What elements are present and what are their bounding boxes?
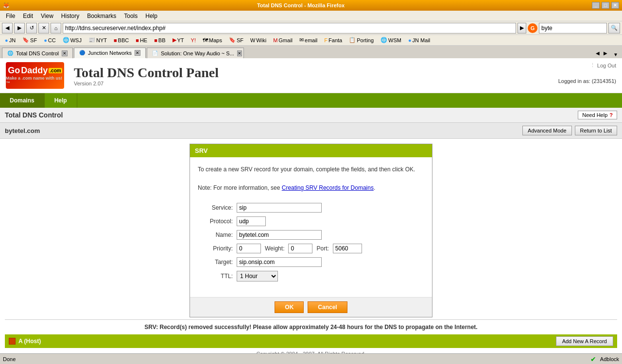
- service-label: Service:: [198, 204, 237, 211]
- logout-link[interactable]: Log Out: [597, 63, 616, 68]
- priority-label: Priority:: [198, 245, 237, 252]
- a-record-section: A (Host) Add New A Record: [5, 334, 617, 348]
- menu-history[interactable]: History: [57, 12, 83, 20]
- domain-name: bytetel.com: [5, 127, 40, 134]
- srv-ttl-row: TTL: 1 Hour 30 Minutes 2 Hours 4 Hours 8…: [198, 271, 424, 281]
- search-input[interactable]: [539, 23, 607, 33]
- bookmark-wsm[interactable]: 🌐WSM: [378, 36, 404, 44]
- cancel-button[interactable]: Cancel: [308, 301, 347, 313]
- titlebar: 🦊 Total DNS Control - Mozilla Firefox _ …: [0, 0, 622, 11]
- close-btn[interactable]: ✕: [611, 2, 619, 9]
- ttl-label: TTL:: [198, 273, 237, 280]
- tab-junction[interactable]: 🔵 Junction Networks ✕: [74, 48, 146, 58]
- bookmark-maps[interactable]: 🗺Maps: [200, 37, 225, 44]
- need-help-button[interactable]: Need Help ?: [578, 111, 617, 119]
- bookmark-yt[interactable]: ▶YT: [170, 36, 187, 44]
- weight-input[interactable]: [288, 244, 312, 253]
- ttl-select[interactable]: 1 Hour 30 Minutes 2 Hours 4 Hours 8 Hour…: [237, 271, 278, 281]
- menu-view[interactable]: View: [37, 12, 57, 20]
- tabs-scroll-right[interactable]: ▶: [604, 50, 611, 58]
- gd-logo-tagline: Make a .com name with us!™: [6, 76, 64, 85]
- bookmark-jn[interactable]: ●JN: [2, 37, 18, 44]
- home-button[interactable]: ⌂: [51, 23, 61, 33]
- gd-main-title: Total DNS Control Panel: [74, 65, 219, 81]
- tab-close-junction[interactable]: ✕: [135, 50, 140, 56]
- window-controls: _ □ ✕: [592, 2, 619, 9]
- section-icon: [9, 338, 16, 345]
- menu-bookmarks[interactable]: Bookmarks: [83, 12, 120, 20]
- bookmark-bb[interactable]: ■BB: [151, 37, 168, 44]
- maximize-btn[interactable]: □: [602, 2, 609, 9]
- tab-close-dns[interactable]: ✕: [62, 50, 68, 56]
- forward-button[interactable]: ▶: [14, 23, 25, 33]
- page-content: Go Daddy .com Make a .com name with us!™…: [0, 58, 622, 353]
- ok-button[interactable]: OK: [275, 301, 304, 313]
- bookmark-jnmail[interactable]: ●JN Mail: [405, 37, 433, 44]
- tab-close-solution[interactable]: ✕: [237, 50, 242, 56]
- firefox-logo: 🦊: [3, 2, 10, 9]
- menubar: File Edit View History Bookmarks Tools H…: [0, 11, 622, 21]
- statusbar-right: ✔ Adblock: [590, 355, 619, 363]
- advanced-mode-button[interactable]: Advanced Mode: [522, 126, 572, 135]
- gd-header: Go Daddy .com Make a .com name with us!™…: [0, 58, 622, 93]
- target-input[interactable]: [237, 257, 322, 267]
- bookmark-porting[interactable]: 📋Porting: [346, 36, 377, 44]
- bookmark-nyt[interactable]: 📰NYT: [86, 36, 110, 44]
- bookmark-fanta[interactable]: FFanta: [321, 37, 345, 44]
- refresh-button[interactable]: ↺: [26, 23, 37, 33]
- srv-buttons: OK Cancel: [190, 297, 432, 317]
- bookmark-email[interactable]: ✉email: [296, 36, 320, 44]
- tab-favicon-solution: 📄: [152, 50, 158, 56]
- stop-button[interactable]: ✕: [38, 23, 49, 33]
- srv-protocol-row: Protocol:: [198, 216, 424, 226]
- srv-info: To create a new SRV record for your doma…: [198, 165, 424, 193]
- add-new-record-button[interactable]: Add New A Record: [556, 336, 613, 346]
- name-input[interactable]: [237, 230, 322, 240]
- go-button[interactable]: ▶: [518, 23, 526, 33]
- tab-favicon-junction: 🔵: [79, 50, 85, 56]
- tabs-scroll-left[interactable]: ◀: [596, 50, 604, 58]
- search-go-button[interactable]: 🔍: [608, 23, 620, 33]
- tab-label-solution: Solution: One Way Audio ~ S...: [161, 50, 234, 56]
- bookmark-bbc[interactable]: ■BBC: [111, 37, 132, 44]
- minimize-btn[interactable]: _: [592, 2, 600, 9]
- back-button[interactable]: ◀: [2, 23, 13, 33]
- record-section-label: A (Host): [18, 338, 41, 345]
- toolbar: ◀ ▶ ↺ ✕ ⌂ ▶ G 🔍: [0, 21, 622, 35]
- menu-tools[interactable]: Tools: [120, 12, 141, 20]
- gd-logo-area: Go Daddy .com Make a .com name with us!™…: [6, 62, 219, 89]
- bookmark-he[interactable]: ■HE: [133, 37, 150, 44]
- dots-icon: ⋮: [590, 62, 595, 68]
- success-message: SRV: Record(s) removed successfully! Ple…: [5, 319, 617, 334]
- service-input[interactable]: [237, 203, 322, 213]
- bookmark-sf2[interactable]: 🔖SF: [226, 36, 246, 44]
- bookmark-wsj[interactable]: 🌐WSJ: [60, 36, 85, 44]
- bookmark-cc[interactable]: ●CC: [41, 37, 59, 44]
- port-input[interactable]: [333, 244, 362, 253]
- srv-info-text: To create a new SRV record for your doma…: [198, 166, 415, 173]
- return-to-list-button[interactable]: Return to List: [575, 126, 617, 135]
- srv-help-link[interactable]: Creating SRV Records for Domains: [282, 184, 374, 191]
- bookmark-wiki[interactable]: WWiki: [247, 37, 269, 44]
- godaddy-logo: Go Daddy .com Make a .com name with us!™: [6, 62, 64, 89]
- address-bar[interactable]: [63, 23, 516, 33]
- tabs-dropdown[interactable]: ▼: [611, 51, 620, 58]
- bookmark-sf[interactable]: 🔖SF: [19, 36, 40, 44]
- name-label: Name:: [198, 232, 237, 238]
- gd-version: Version 2.07: [74, 81, 219, 86]
- bookmark-gmail[interactable]: MGmail: [270, 37, 295, 44]
- bookmark-yi[interactable]: Y!: [188, 37, 199, 44]
- menu-edit[interactable]: Edit: [19, 12, 37, 20]
- tab-total-dns[interactable]: 🌐 Total DNS Control ✕: [2, 48, 73, 58]
- protocol-input[interactable]: [237, 216, 266, 226]
- port-label: Port:: [316, 245, 328, 252]
- tab-label-dns: Total DNS Control: [16, 50, 59, 56]
- tab-solution[interactable]: 📄 Solution: One Way Audio ~ S... ✕: [147, 48, 244, 58]
- search-engine-icon[interactable]: G: [528, 23, 537, 33]
- srv-note-label: Note: For more information, see: [198, 184, 282, 191]
- nav-help[interactable]: Help: [45, 93, 77, 108]
- menu-file[interactable]: File: [2, 12, 19, 20]
- priority-input[interactable]: [237, 244, 261, 253]
- menu-help[interactable]: Help: [141, 12, 161, 20]
- nav-domains[interactable]: Domains: [0, 93, 45, 108]
